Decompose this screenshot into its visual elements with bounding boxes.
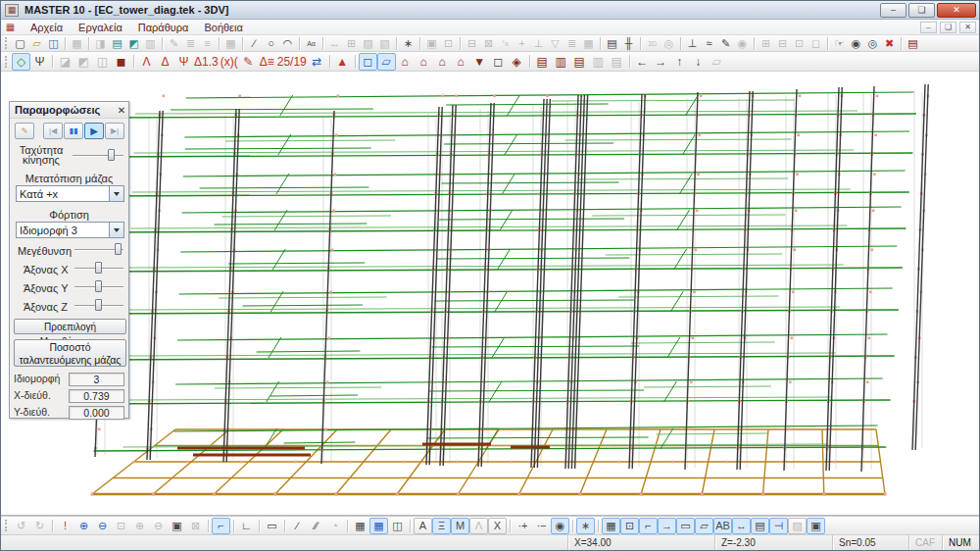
funnel-icon[interactable]: ▽ bbox=[547, 35, 564, 51]
text-tool-icon[interactable]: Aα bbox=[303, 35, 319, 51]
slider-thumb[interactable] bbox=[95, 262, 102, 274]
zoom-in-icon[interactable]: ⊕ bbox=[74, 518, 93, 534]
toolbar-grip[interactable] bbox=[5, 37, 8, 49]
slider-thumb[interactable] bbox=[95, 280, 102, 292]
arrow-left-icon[interactable]: ← bbox=[633, 53, 652, 71]
print-icon[interactable]: ▤ bbox=[109, 35, 125, 51]
xyz-arrows-icon[interactable]: ⇄ bbox=[308, 53, 326, 71]
offset-icon[interactable]: °x bbox=[497, 35, 514, 51]
tools-icon[interactable]: ∗ bbox=[400, 35, 416, 51]
snap-ab-icon[interactable]: AB bbox=[713, 518, 732, 534]
toolbar-grip[interactable] bbox=[5, 520, 8, 531]
drawing-viewport[interactable]: Παραμορφώσεις ✕ ✎ |◀ ▮▮ ▶ ▶| Ταχύτητα κί… bbox=[1, 72, 979, 516]
restore-button[interactable]: ❏ bbox=[908, 3, 935, 18]
cascade-icon[interactable]: ⊡ bbox=[791, 35, 808, 51]
panel-close-icon[interactable]: ✕ bbox=[115, 105, 128, 116]
toggle-x-icon[interactable]: X bbox=[488, 518, 507, 534]
minimize-button[interactable]: – bbox=[880, 3, 906, 18]
tile-vertical-icon[interactable]: ⊟ bbox=[774, 35, 791, 51]
toggle-a-icon[interactable]: A bbox=[414, 518, 432, 534]
angle-measure-icon[interactable]: ◔ bbox=[325, 518, 344, 534]
snap-dim-icon[interactable]: ↔ bbox=[732, 518, 751, 534]
redo-icon[interactable]: ↻ bbox=[30, 518, 49, 534]
list-add-icon[interactable]: ≣ bbox=[182, 35, 199, 51]
speed-slider[interactable] bbox=[73, 148, 123, 162]
binoculars-icon[interactable]: ◉ bbox=[734, 35, 751, 51]
filter-icon[interactable]: ▼ bbox=[470, 53, 489, 71]
open-file-icon[interactable]: ▱ bbox=[28, 35, 45, 51]
toggle-m-icon[interactable]: M bbox=[451, 518, 469, 534]
axis-z-slider[interactable] bbox=[74, 298, 123, 312]
keyboard-entry-icon[interactable]: ▭ bbox=[263, 518, 281, 534]
snap-point-icon[interactable]: ⊡ bbox=[620, 518, 639, 534]
level-icon[interactable]: ≈ bbox=[701, 35, 717, 51]
zoom-out-icon[interactable]: ⊖ bbox=[93, 518, 112, 534]
play-button[interactable]: ▶ bbox=[84, 123, 104, 139]
star-snap-icon[interactable]: ∗ bbox=[576, 518, 595, 534]
undo-icon[interactable]: ↺ bbox=[12, 518, 30, 534]
copy-view-icon[interactable]: ◫ bbox=[388, 518, 407, 534]
dot-minus-icon[interactable]: ·− bbox=[532, 518, 551, 534]
props-window2-icon[interactable]: ⊡ bbox=[440, 35, 457, 51]
export-print-icon[interactable]: ▥ bbox=[142, 35, 159, 51]
section-rails-icon[interactable]: ╫ bbox=[620, 35, 637, 51]
save-file-icon[interactable]: ◫ bbox=[45, 35, 62, 51]
snap-slab-icon[interactable]: ▭ bbox=[676, 518, 695, 534]
delta-eq-icon[interactable]: Δ≡ bbox=[258, 53, 276, 71]
line-tool-icon[interactable]: ∕ bbox=[246, 35, 263, 51]
toolbar-grip[interactable] bbox=[5, 56, 8, 68]
frame-4-icon[interactable]: ▥ bbox=[589, 53, 608, 71]
view3d-icon[interactable]: 3D bbox=[644, 35, 661, 51]
print-red-icon[interactable]: ▤ bbox=[905, 35, 921, 51]
magnify-slider[interactable] bbox=[74, 242, 123, 256]
copy-icon[interactable]: ◨ bbox=[92, 35, 109, 51]
animation-settings-button[interactable]: ✎ bbox=[15, 123, 34, 139]
calculator-icon[interactable]: ▦ bbox=[580, 35, 597, 51]
view-cube-icon[interactable]: ◻ bbox=[359, 53, 377, 71]
frame-2-icon[interactable]: ▥ bbox=[552, 53, 570, 71]
tile-horizontal-icon[interactable]: ⊞ bbox=[758, 35, 774, 51]
zoom-doc-icon[interactable]: ⊟ bbox=[464, 35, 480, 51]
menu-help[interactable]: Βοήθεια bbox=[196, 21, 250, 34]
snap-grid-icon[interactable]: ▦ bbox=[602, 518, 620, 534]
mode-combobox[interactable]: Ιδιομορφή 3 bbox=[16, 222, 124, 238]
frame-3-icon[interactable]: ▤ bbox=[570, 53, 589, 71]
zoom-dyn-in-icon[interactable]: ⊕ bbox=[130, 518, 149, 534]
snap-hatch-icon[interactable]: ▨ bbox=[788, 518, 807, 534]
open-small-icon[interactable]: ▱ bbox=[708, 53, 726, 71]
house-top-icon[interactable]: ⌂ bbox=[433, 53, 452, 71]
snap-wall-icon[interactable]: ▤ bbox=[751, 518, 769, 534]
find-model-icon[interactable]: ◉ bbox=[848, 35, 864, 51]
menu-windows[interactable]: Παράθυρα bbox=[130, 21, 197, 34]
snap-support-icon[interactable]: ⊣ bbox=[769, 518, 788, 534]
select-polygon-icon[interactable]: ◇ bbox=[12, 53, 30, 71]
chb-stamp-icon[interactable]: ▦ bbox=[69, 35, 85, 51]
slider-thumb[interactable] bbox=[108, 149, 115, 161]
house-side-icon[interactable]: ⌂ bbox=[415, 53, 433, 71]
grid-toggle-icon[interactable]: ▦ bbox=[369, 518, 388, 534]
elements-icon[interactable]: ⊞ bbox=[343, 35, 360, 51]
zoom-doc2-icon[interactable]: ⊠ bbox=[480, 35, 497, 51]
antenna-icon[interactable]: Ψ bbox=[30, 53, 49, 71]
segment-tool-icon[interactable]: ∕ bbox=[288, 518, 307, 534]
list-edit-icon[interactable]: ≡ bbox=[199, 35, 216, 51]
node-snap-icon[interactable]: ∟ bbox=[237, 518, 256, 534]
brackets-icon[interactable]: (x)( bbox=[220, 53, 239, 71]
edit-pencil-icon[interactable]: ✎ bbox=[166, 35, 182, 51]
pan-hand-icon[interactable]: ☞ bbox=[831, 35, 848, 51]
snap-frame-icon[interactable]: ▣ bbox=[807, 518, 825, 534]
chart-a-icon[interactable]: ◪ bbox=[56, 53, 74, 71]
grid-edit-icon[interactable]: ▦ bbox=[351, 518, 369, 534]
soil-icon[interactable]: ✎ bbox=[717, 35, 734, 51]
skip-back-button[interactable]: |◀ bbox=[43, 123, 63, 139]
dimension-icon[interactable]: ↔ bbox=[326, 35, 343, 51]
axis-x-slider[interactable] bbox=[74, 261, 123, 275]
zoom-window-icon[interactable]: ⊡ bbox=[112, 518, 130, 534]
mdi-restore-button[interactable]: ❏ bbox=[940, 22, 956, 33]
save-model-icon[interactable]: ◼ bbox=[112, 53, 130, 71]
polyline-tool-icon[interactable]: ∕∕ bbox=[307, 518, 325, 534]
ortho-snap-icon[interactable]: ⌐ bbox=[212, 518, 230, 534]
arrow-up-icon[interactable]: ↑ bbox=[670, 53, 689, 71]
print-preview-icon[interactable]: ◩ bbox=[125, 35, 142, 51]
pencil-red-icon[interactable]: ✎ bbox=[239, 53, 258, 71]
